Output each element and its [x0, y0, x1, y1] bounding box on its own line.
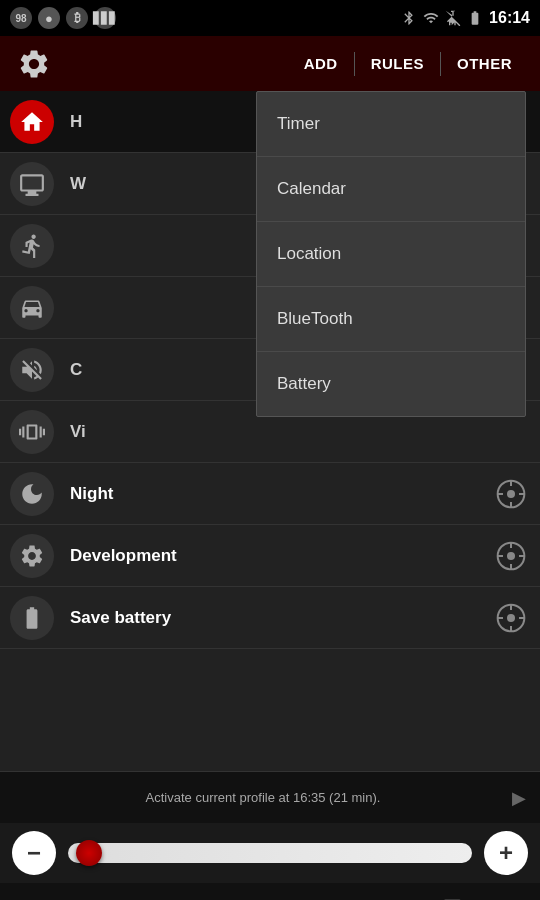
dropdown-item-bluetooth[interactable]: BlueTooth [257, 287, 525, 352]
add-button[interactable]: ADD [288, 47, 354, 80]
home-profile-icon [10, 100, 54, 144]
savebattery-profile-name: Save battery [70, 608, 171, 628]
slider-decrease-button[interactable]: − [12, 831, 56, 875]
nav-bar: ADD RULES OTHER [0, 36, 540, 91]
notification-badge: 98 [10, 7, 32, 29]
rules-button[interactable]: RULES [355, 47, 440, 80]
svg-point-7 [507, 552, 515, 560]
recents-button[interactable] [420, 889, 480, 900]
work-profile-icon [10, 162, 54, 206]
bottom-status-bar: Activate current profile at 16:35 (21 mi… [0, 771, 540, 823]
settings-icon[interactable] [12, 42, 56, 86]
activate-profile-text: Activate current profile at 16:35 (21 mi… [14, 790, 512, 805]
status-icons: 98 ● ₿ ▋▋▋ [10, 7, 116, 29]
savebattery-control[interactable] [492, 599, 530, 637]
slider-thumb [76, 840, 102, 866]
home-button[interactable] [240, 889, 300, 900]
clock: 16:14 [489, 9, 530, 27]
dev-profile-icon [10, 534, 54, 578]
wifi-icon [423, 10, 439, 26]
dropdown-item-timer[interactable]: Timer [257, 92, 525, 157]
night-profile-icon [10, 472, 54, 516]
dev-profile-name: Development [70, 546, 177, 566]
night-profile-name: Night [70, 484, 113, 504]
dev-control[interactable] [492, 537, 530, 575]
home-profile-name: H [70, 112, 82, 132]
slider-increase-button[interactable]: + [484, 831, 528, 875]
vibrate-profile-icon [10, 410, 54, 454]
profile-item-development[interactable]: Development [0, 525, 540, 587]
svg-point-13 [507, 614, 515, 622]
vibrate-profile-name: Vi [70, 422, 86, 442]
signal-bars-icon: ▋▋▋ [94, 7, 116, 29]
main-content: H W [0, 91, 540, 771]
slider-bar: − + [0, 823, 540, 883]
bitcoin-icon: ₿ [66, 7, 88, 29]
dropdown-item-calendar[interactable]: Calendar [257, 157, 525, 222]
night-control[interactable] [492, 475, 530, 513]
other-button[interactable]: OTHER [441, 47, 528, 80]
chevron-right-icon: ▶ [512, 787, 526, 809]
dropdown-menu: Timer Calendar Location BlueTooth Batter… [256, 91, 526, 417]
work-profile-name: W [70, 174, 86, 194]
drive-profile-icon [10, 286, 54, 330]
status-right-icons: 16:14 [401, 9, 530, 27]
profile-item-night[interactable]: Night [0, 463, 540, 525]
silent-profile-icon [10, 348, 54, 392]
profile-item-savebattery[interactable]: Save battery [0, 587, 540, 649]
nav-actions: ADD RULES OTHER [288, 47, 528, 80]
dropdown-item-location[interactable]: Location [257, 222, 525, 287]
svg-point-1 [507, 490, 515, 498]
profile-slider[interactable] [68, 843, 472, 863]
battery-charging-icon [467, 10, 483, 26]
status-bar: 98 ● ₿ ▋▋▋ 16:14 [0, 0, 540, 36]
back-button[interactable] [60, 889, 120, 900]
silent-profile-name: C [70, 360, 82, 380]
signal-icon [445, 10, 461, 26]
walk-profile-icon [10, 224, 54, 268]
bottom-navigation [0, 883, 540, 900]
dropdown-item-battery[interactable]: Battery [257, 352, 525, 416]
bluetooth-icon [401, 10, 417, 26]
location-status-icon: ● [38, 7, 60, 29]
savebattery-profile-icon [10, 596, 54, 640]
